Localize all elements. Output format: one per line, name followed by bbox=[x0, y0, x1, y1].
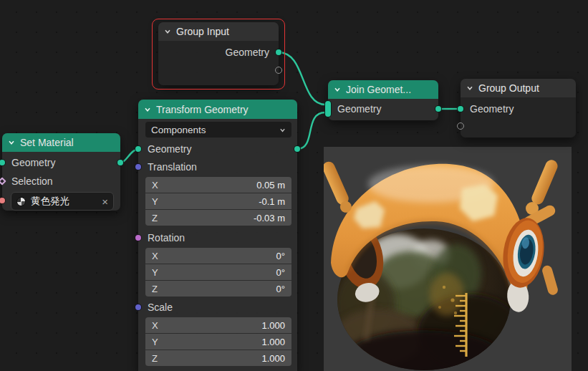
collapse-chevron-icon[interactable] bbox=[334, 86, 341, 93]
collapse-chevron-icon[interactable] bbox=[466, 85, 473, 92]
material-input-socket[interactable] bbox=[0, 197, 6, 204]
node-title: Set Material bbox=[20, 137, 74, 148]
collapse-chevron-icon[interactable] bbox=[144, 106, 151, 113]
link-transform-to-join[interactable] bbox=[297, 112, 325, 149]
link-groupinput-to-join[interactable] bbox=[279, 52, 325, 105]
node-group-output[interactable]: Group Output Geometry bbox=[461, 79, 576, 138]
rotation-z-field[interactable]: Z 0° bbox=[145, 281, 291, 297]
rotation-input-socket[interactable] bbox=[135, 234, 142, 241]
node-group-input[interactable]: Group Input Geometry bbox=[158, 22, 279, 85]
material-name: 黄色発光 bbox=[31, 195, 69, 208]
node-join-geometry[interactable]: Join Geomet... Geometry bbox=[328, 80, 438, 120]
rotation-fields: X 0° Y 0° Z 0° bbox=[145, 248, 291, 297]
node-title: Transform Geometry bbox=[156, 104, 249, 115]
translation-label: Translation bbox=[138, 158, 297, 175]
scale-label: Scale bbox=[138, 299, 297, 316]
node-set-material[interactable]: Set Material Geometry Selection 黄色発光 × bbox=[2, 133, 120, 211]
geometry-output-socket[interactable] bbox=[117, 159, 124, 166]
node-join-geometry-header[interactable]: Join Geomet... bbox=[328, 80, 438, 99]
node-title: Join Geomet... bbox=[346, 84, 411, 95]
output-geometry-label: Geometry bbox=[328, 100, 438, 117]
translation-y-field[interactable]: Y -0.1 m bbox=[145, 193, 291, 209]
collapse-chevron-icon[interactable] bbox=[8, 139, 15, 146]
node-transform-geometry[interactable]: Transform Geometry Components Geometry T… bbox=[138, 100, 297, 371]
virtual-output-socket[interactable] bbox=[275, 67, 282, 74]
mode-dropdown[interactable]: Components bbox=[145, 122, 291, 138]
mode-dropdown-value: Components bbox=[151, 125, 279, 135]
node-title: Group Input bbox=[176, 26, 229, 37]
geometry-label: Geometry bbox=[138, 140, 297, 158]
translation-x-field[interactable]: X 0.05 m bbox=[145, 177, 291, 193]
node-set-material-header[interactable]: Set Material bbox=[2, 133, 120, 152]
material-remove-icon[interactable]: × bbox=[102, 196, 108, 207]
translation-fields: X 0.05 m Y -0.1 m Z -0.03 m bbox=[145, 177, 291, 226]
node-group-output-header[interactable]: Group Output bbox=[461, 79, 576, 97]
node-group-input-header[interactable]: Group Input bbox=[158, 22, 279, 41]
scale-fields: X 1.000 Y 1.000 Z 1.000 bbox=[145, 317, 291, 366]
collapse-chevron-icon[interactable] bbox=[164, 28, 171, 35]
geometry-input-socket[interactable] bbox=[135, 145, 142, 153]
translation-input-socket[interactable] bbox=[135, 163, 142, 170]
material-sphere-icon bbox=[16, 197, 26, 206]
translation-z-field[interactable]: Z -0.03 m bbox=[145, 210, 291, 226]
geometry-output-socket[interactable] bbox=[294, 145, 301, 153]
material-selector[interactable]: 黄色発光 × bbox=[11, 192, 114, 211]
output-geometry-label: Geometry bbox=[158, 44, 279, 61]
geometry-output-socket[interactable] bbox=[435, 105, 442, 112]
rotation-y-field[interactable]: Y 0° bbox=[145, 264, 291, 280]
input-geometry-label: Geometry bbox=[461, 100, 576, 117]
geometry-output-socket[interactable] bbox=[275, 49, 282, 56]
rotation-label: Rotation bbox=[138, 229, 297, 246]
node-transform-geometry-header[interactable]: Transform Geometry bbox=[138, 100, 297, 119]
dropdown-chevron-icon bbox=[279, 127, 286, 133]
scale-z-field[interactable]: Z 1.000 bbox=[145, 350, 291, 366]
node-editor: Group Input Geometry Join Geomet... Geom… bbox=[0, 0, 588, 371]
geometry-multi-input-socket[interactable] bbox=[324, 100, 332, 117]
node-title: Group Output bbox=[478, 82, 539, 94]
scale-input-socket[interactable] bbox=[135, 304, 142, 311]
scale-y-field[interactable]: Y 1.000 bbox=[145, 334, 291, 350]
geometry-input-socket[interactable] bbox=[457, 105, 464, 112]
rotation-x-field[interactable]: X 0° bbox=[145, 248, 291, 264]
input-geometry-label: Geometry bbox=[2, 154, 120, 171]
scale-x-field[interactable]: X 1.000 bbox=[145, 317, 291, 333]
input-selection-label: Selection bbox=[2, 173, 120, 190]
virtual-input-socket[interactable] bbox=[457, 122, 464, 130]
